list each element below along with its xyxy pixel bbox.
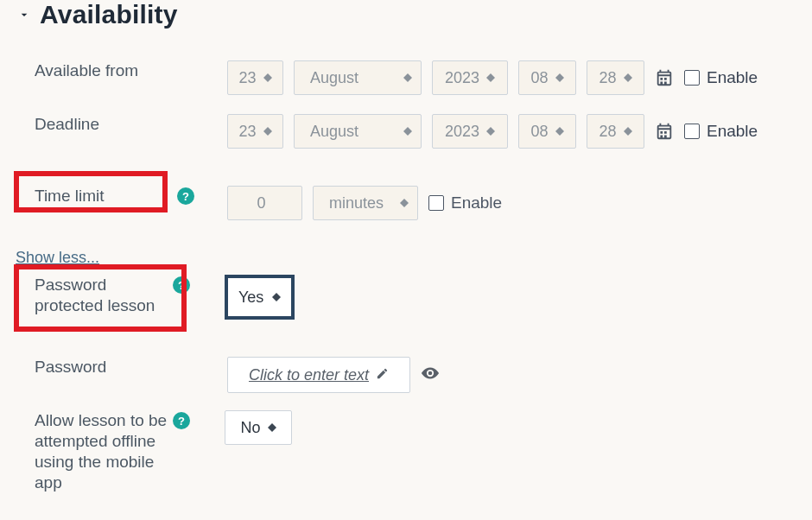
allow-offline-select[interactable]: No (225, 410, 292, 445)
from-enable[interactable]: Enable (684, 68, 758, 87)
from-day-select[interactable]: 23 (227, 60, 283, 95)
sort-icon (486, 73, 495, 82)
deadline-year-select[interactable]: 2023 (432, 114, 508, 149)
sort-icon (272, 293, 281, 301)
checkbox-icon (684, 70, 700, 86)
help-icon[interactable] (177, 187, 194, 205)
checkbox-icon (684, 124, 700, 139)
password-placeholder: Click to enter text (249, 366, 369, 384)
from-month-select[interactable]: August (294, 60, 422, 95)
sort-icon (624, 127, 632, 136)
highlight-box (14, 264, 187, 332)
label-password: Password (35, 358, 106, 376)
password-input[interactable]: Click to enter text (227, 357, 410, 393)
calendar-icon[interactable] (655, 122, 674, 141)
section-header[interactable]: Availability (17, 0, 178, 29)
highlight-box (14, 171, 168, 212)
checkbox-icon (428, 195, 444, 211)
label-allow-offline: Allow lesson to be attempted offline usi… (35, 411, 167, 491)
sort-icon (624, 73, 632, 82)
timelimit-enable[interactable]: Enable (428, 193, 502, 212)
label-available-from: Available from (0, 60, 194, 81)
sort-icon (263, 127, 272, 136)
row-allow-offline: Allow lesson to be attempted offline usi… (0, 410, 812, 493)
from-hour-select[interactable]: 08 (518, 60, 576, 95)
deadline-enable[interactable]: Enable (684, 122, 758, 141)
sort-icon (403, 127, 412, 136)
sort-icon (263, 73, 272, 82)
help-icon[interactable] (173, 412, 190, 429)
sort-icon (555, 73, 564, 82)
calendar-icon[interactable] (655, 68, 674, 87)
deadline-hour-select[interactable]: 08 (518, 114, 576, 149)
chevron-down-icon (17, 8, 31, 22)
pencil-icon (376, 366, 389, 384)
from-minute-select[interactable]: 28 (587, 60, 644, 95)
timelimit-value-input[interactable]: 0 (227, 186, 302, 220)
enable-label: Enable (707, 68, 758, 87)
row-password: Password Click to enter text (0, 357, 812, 393)
sort-icon (486, 127, 495, 136)
section-title: Availability (40, 0, 178, 29)
row-available-from: Available from 23 August 2023 08 28 Enab… (0, 60, 812, 95)
deadline-month-select[interactable]: August (294, 114, 422, 149)
sort-icon (403, 73, 412, 82)
timelimit-unit-select[interactable]: minutes (313, 186, 418, 220)
deadline-minute-select[interactable]: 28 (587, 114, 644, 149)
eye-icon[interactable] (421, 364, 440, 387)
row-deadline: Deadline 23 August 2023 08 28 Enable (0, 114, 812, 149)
password-protected-select[interactable]: Yes (225, 275, 295, 320)
label-deadline: Deadline (0, 114, 194, 135)
sort-icon (268, 423, 276, 432)
enable-label: Enable (451, 193, 502, 212)
sort-icon (555, 127, 564, 136)
enable-label: Enable (707, 122, 758, 141)
deadline-day-select[interactable]: 23 (227, 114, 283, 149)
from-year-select[interactable]: 2023 (432, 60, 508, 95)
sort-icon (400, 199, 409, 207)
